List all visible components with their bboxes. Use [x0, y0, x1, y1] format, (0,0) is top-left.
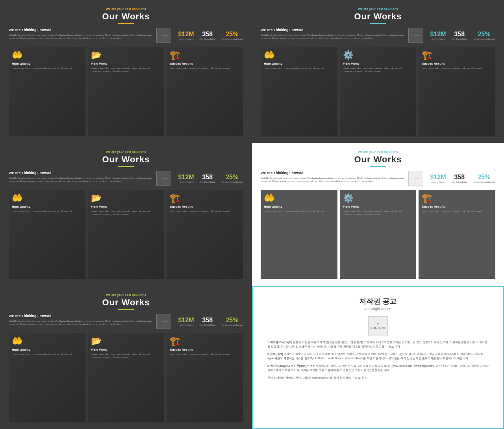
stat-item: 25% Increasing customers	[473, 174, 495, 183]
card-10: 🤲 High Quality Lorem ipsum dolor, consec…	[261, 190, 337, 279]
card-7: 🤲 High Quality Lorem ipsum dolor, consec…	[9, 190, 85, 279]
slide2-subtitle: We are your best solutions	[261, 7, 495, 11]
stat-item: 358 Job Completed	[200, 174, 215, 183]
slide3-heading: We Are Thinking Forward	[9, 171, 152, 175]
slide5-heading: We Are Thinking Forward	[9, 314, 152, 318]
copyright-section-2: 2. 폰트(Font) 고려인스 솔루션의 서비스의 업무관련, 이 컨텐츠의 …	[267, 352, 489, 360]
stat-item: 358 Job Completed	[452, 174, 467, 183]
slide1-title: Our Works	[9, 11, 243, 22]
slide5-body: Suitable for any kind business presentat…	[9, 319, 152, 326]
copyright-logo: CCONTENT	[267, 316, 489, 336]
copyright-section-4: 콘텐츠 세팅의 서비스 자세한 사항은 www.allppt.com을 통해 확…	[267, 375, 489, 380]
slide3-title: Our Works	[9, 154, 243, 165]
card-5: ⚙️ Field Work Lorem ipsum dolor, consect…	[340, 47, 417, 136]
stat-item: $12M Income /years	[178, 31, 194, 40]
logo-box-5: CCONTENT	[156, 314, 171, 329]
slide-4: We are your best solutions Our Works We …	[252, 143, 504, 286]
card-2: 📂 Field Work Lorem ipsum dolor, consecte…	[88, 47, 165, 136]
slide-3: We are your best solutions Our Works We …	[0, 143, 252, 286]
slide2-heading: We Are Thinking Forward	[261, 28, 404, 32]
card-8: 📂 Field Work Lorem ipsum dolor, consecte…	[88, 190, 165, 279]
slide-5: We are your best solutions Our Works We …	[0, 286, 252, 429]
card-4: 🤲 High Quality Lorem ipsum dolor, consec…	[261, 47, 337, 136]
stat-item: $12M Income /years	[430, 31, 446, 40]
stat-item: $12M Income /years	[178, 174, 194, 183]
stat-item: 25% Increasing customers	[473, 31, 495, 40]
stat-item: 358 Job Completed	[452, 31, 467, 40]
card-15: 🏗️ Succes Results Lorem ipsum dolor, con…	[167, 333, 243, 422]
slide-2: We are your best solutions Our Works We …	[252, 0, 504, 143]
logo-box-1: CCONTENT	[156, 28, 171, 43]
copyright-title: 저작권 공고	[267, 297, 489, 306]
slide4-title: Our Works	[261, 154, 495, 165]
logo-box-2: CCONTENT	[408, 28, 423, 43]
logo-box-4: CCONTENT	[408, 171, 423, 186]
slide5-subtitle: We are your best solutions	[9, 293, 243, 297]
stat-item: 25% Increasing customers	[221, 31, 243, 40]
stat-item: 358 Job Completed	[200, 317, 215, 326]
stat-item: 358 Job Completed	[200, 31, 215, 40]
card-13: 🤲 High Quality Lorem ipsum dolor, consec…	[9, 333, 85, 422]
stat-item: 25% Increasing customers	[221, 174, 243, 183]
slide2-title: Our Works	[261, 11, 495, 22]
card-11: ⚙️ Field Work Lorem ipsum dolor, consect…	[340, 190, 417, 279]
slide4-subtitle: We are your best solutions	[261, 150, 495, 154]
card-6: 🏗️ Succes Results Lorem ipsum dolor, con…	[419, 47, 495, 136]
copyright-subtitle: Copyright Notice	[267, 307, 489, 311]
slide2-body: Suitable for any kind business presentat…	[261, 33, 404, 40]
card-9: 🏗️ Succes Results Lorem ipsum dolor, con…	[167, 190, 243, 279]
slide1-body: Suitable for any kind business presentat…	[9, 33, 152, 40]
card-14: 📂 Field Work Lorem ipsum dolor, consecte…	[88, 333, 165, 422]
slide1-subtitle: We are your best solutions	[9, 7, 243, 11]
stat-item: $12M Income /years	[430, 174, 446, 183]
card-3: 🏗️ Succes Results Lorem ipsum dolor, con…	[167, 47, 243, 136]
stat-item: 25% Increasing customers	[221, 317, 243, 326]
stat-item: $12M Income /years	[178, 317, 194, 326]
slide4-heading: We Are Thinking Forward	[261, 171, 404, 175]
slide5-title: Our Works	[9, 297, 243, 308]
slide1-heading: We Are Thinking Forward	[9, 28, 152, 32]
slide3-body: Suitable for any kind business presentat…	[9, 176, 152, 183]
slide-1: We are your best solutions Our Works We …	[0, 0, 252, 143]
slide3-subtitle: We are your best solutions	[9, 150, 243, 154]
slide4-body: Suitable for any kind business presentat…	[261, 176, 404, 183]
logo-box-3: CCONTENT	[156, 171, 171, 186]
card-1: 🤲 High Quality Lorem ipsum dolor, consec…	[9, 47, 85, 136]
copyright-section-1: 1. 저작권(Copyright) 콘텐츠 세팅은 이용자가 직접(또는 전문 …	[267, 340, 489, 349]
copyright-section-3: 3. 이미지(Image) & 아이콘(Icon) 콘텐츠 세팅에서는 이미지와…	[267, 364, 489, 372]
card-12: 🏗️ Succes Results Lorem ipsum dolor, con…	[419, 190, 495, 279]
slide-copyright: 저작권 공고 Copyright Notice CCONTENT 1. 저작권(…	[252, 286, 504, 429]
